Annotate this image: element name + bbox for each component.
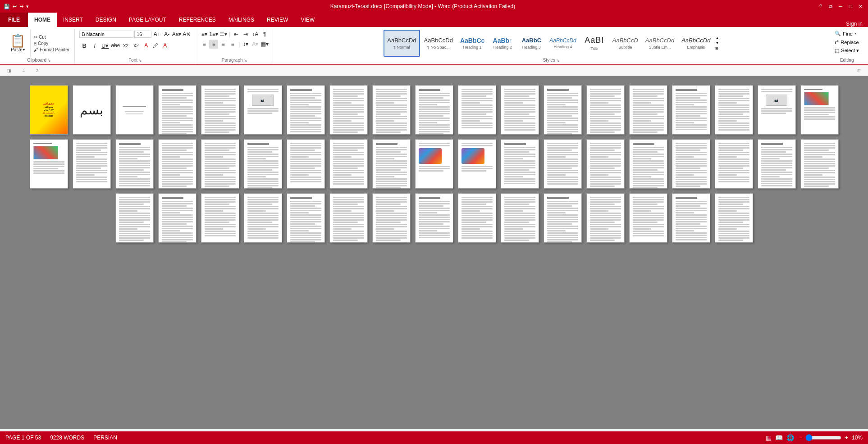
minimize-icon[interactable]: ─ bbox=[836, 2, 845, 10]
page-thumb-23[interactable] bbox=[158, 139, 196, 189]
replace-button[interactable]: ⇄ Replace bbox=[833, 38, 861, 46]
text-effects-icon[interactable]: A bbox=[142, 41, 151, 50]
page-thumb-51[interactable] bbox=[629, 193, 667, 243]
format-painter-button[interactable]: 🖌 Format Painter bbox=[32, 47, 71, 53]
tab-mailings[interactable]: MAILINGS bbox=[222, 13, 260, 27]
superscript-button[interactable]: x2 bbox=[131, 41, 141, 50]
zoom-in-icon[interactable]: + bbox=[845, 435, 848, 441]
subscript-button[interactable]: x2 bbox=[121, 41, 131, 50]
page-thumb-22[interactable] bbox=[115, 139, 154, 189]
page-thumb-33[interactable] bbox=[586, 139, 625, 189]
zoom-out-icon[interactable]: ─ bbox=[798, 435, 802, 441]
style-item-heading4[interactable]: AaBbCcDdHeading 4 bbox=[546, 30, 579, 57]
tab-page-layout[interactable]: PAGE LAYOUT bbox=[123, 13, 173, 27]
line-spacing-button[interactable]: ↕▾ bbox=[241, 40, 250, 49]
page-thumb-20[interactable] bbox=[30, 139, 68, 189]
page-thumb-37[interactable] bbox=[758, 139, 796, 189]
clear-formatting-icon[interactable]: A✕ bbox=[182, 30, 191, 39]
clipboard-expand-icon[interactable]: ↘ bbox=[47, 58, 51, 63]
style-item-subtitle[interactable]: AaBbCcDSubtitle bbox=[609, 30, 641, 57]
page-thumb-21[interactable] bbox=[73, 139, 111, 189]
page-thumb-31[interactable] bbox=[501, 139, 539, 189]
page-thumb-28[interactable] bbox=[372, 139, 411, 189]
page-thumb-16[interactable] bbox=[672, 85, 710, 135]
page-thumb-12[interactable] bbox=[501, 85, 539, 135]
page-thumb-25[interactable] bbox=[244, 139, 282, 189]
style-item-subtle_em[interactable]: AaBbCcDdSubtle Em... bbox=[642, 30, 677, 57]
page-thumb-17[interactable] bbox=[715, 85, 753, 135]
tab-references[interactable]: REFERENCES bbox=[173, 13, 222, 27]
tab-review[interactable]: REVIEW bbox=[260, 13, 294, 27]
align-left-button[interactable]: ≡ bbox=[200, 40, 209, 49]
page-thumb-9[interactable] bbox=[372, 85, 411, 135]
page-thumb-39[interactable] bbox=[115, 193, 154, 243]
select-button[interactable]: ⬚ Select ▾ bbox=[833, 47, 861, 54]
zoom-slider[interactable] bbox=[805, 434, 841, 441]
bold-button[interactable]: B bbox=[79, 41, 89, 50]
page-thumb-43[interactable] bbox=[287, 193, 325, 243]
close-icon[interactable]: ✕ bbox=[856, 2, 864, 10]
page-thumb-18[interactable]: 📷 bbox=[758, 85, 796, 135]
page-thumb-44[interactable] bbox=[329, 193, 368, 243]
page-thumb-48[interactable] bbox=[501, 193, 539, 243]
page-thumb-40[interactable] bbox=[158, 193, 196, 243]
window-controls[interactable]: ? ⧉ ─ □ ✕ bbox=[817, 2, 864, 10]
page-thumb-35[interactable] bbox=[672, 139, 710, 189]
sort-button[interactable]: ↕A bbox=[251, 30, 260, 39]
save-icon[interactable]: 💾 bbox=[4, 4, 10, 9]
text-highlight-icon[interactable]: 🖊 bbox=[151, 41, 160, 50]
change-case-icon[interactable]: Aa▾ bbox=[172, 30, 181, 39]
page-thumb-24[interactable] bbox=[201, 139, 239, 189]
font-name-input[interactable] bbox=[79, 31, 133, 38]
numbering-button[interactable]: 1≡▾ bbox=[209, 30, 218, 39]
page-thumb-15[interactable] bbox=[629, 85, 667, 135]
show-hide-button[interactable]: ¶ bbox=[260, 30, 269, 39]
page-thumb-27[interactable] bbox=[329, 139, 368, 189]
font-size-shrink-icon[interactable]: A- bbox=[162, 30, 171, 39]
justify-button[interactable]: ≡ bbox=[228, 40, 237, 49]
page-thumb-46[interactable] bbox=[415, 193, 453, 243]
document-area[interactable]: تحقیق آنلاینمرجع دانلودفایل آموزشیبا کمت… bbox=[0, 76, 868, 429]
bullets-button[interactable]: ≡▾ bbox=[200, 30, 209, 39]
style-item-heading1[interactable]: AaBbCcHeading 1 bbox=[457, 30, 488, 57]
page-thumb-45[interactable] bbox=[372, 193, 411, 243]
font-size-input[interactable] bbox=[134, 31, 151, 38]
read-mode-icon[interactable]: 📖 bbox=[775, 434, 783, 441]
underline-button[interactable]: U▾ bbox=[100, 41, 110, 50]
tab-design[interactable]: DESIGN bbox=[89, 13, 123, 27]
redo-icon[interactable]: ↪ bbox=[19, 4, 23, 9]
page-thumb-3[interactable] bbox=[115, 85, 154, 135]
copy-button[interactable]: ⎘ Copy bbox=[32, 41, 71, 46]
page-thumb-14[interactable] bbox=[586, 85, 625, 135]
page-thumb-29[interactable] bbox=[415, 139, 453, 189]
page-thumb-10[interactable] bbox=[415, 85, 453, 135]
align-center-button[interactable]: ≡ bbox=[209, 40, 218, 49]
page-thumb-42[interactable] bbox=[244, 193, 282, 243]
page-thumb-52[interactable] bbox=[672, 193, 710, 243]
quick-access-toolbar[interactable]: 💾 ↩ ↪ ▾ bbox=[4, 4, 29, 9]
page-thumb-2[interactable]: بسم bbox=[73, 85, 111, 135]
font-size-grow-icon[interactable]: A+ bbox=[152, 30, 161, 39]
page-thumb-6[interactable]: 📷 bbox=[244, 85, 282, 135]
style-item-no_space[interactable]: AaBbCcDd¶ No Spac... bbox=[421, 30, 456, 57]
align-right-button[interactable]: ≡ bbox=[219, 40, 228, 49]
print-layout-view-icon[interactable]: ▦ bbox=[766, 434, 772, 441]
page-thumb-38[interactable] bbox=[800, 139, 839, 189]
borders-button[interactable]: ▦▾ bbox=[260, 40, 269, 49]
styles-scroll-down[interactable]: ▼ bbox=[715, 41, 719, 45]
tab-insert[interactable]: INSERT bbox=[57, 13, 89, 27]
style-item-emphasis[interactable]: AaBbCcDdEmphasis bbox=[678, 30, 713, 57]
paragraph-expand-icon[interactable]: ↘ bbox=[244, 58, 247, 63]
sign-in-link[interactable]: Sign in bbox=[846, 21, 868, 27]
page-thumb-1[interactable]: تحقیق آنلاینمرجع دانلودفایل آموزشیبا کمت… bbox=[30, 85, 68, 135]
page-thumb-41[interactable] bbox=[201, 193, 239, 243]
ribbon-display-icon[interactable]: ⧉ bbox=[827, 2, 835, 10]
style-item-normal[interactable]: AaBbCcDd¶ Normal bbox=[384, 30, 420, 57]
help-icon[interactable]: ? bbox=[817, 2, 825, 10]
page-thumb-32[interactable] bbox=[544, 139, 582, 189]
decrease-indent-button[interactable]: ⇤ bbox=[232, 30, 241, 39]
page-thumb-13[interactable] bbox=[544, 85, 582, 135]
page-thumb-30[interactable] bbox=[458, 139, 496, 189]
page-thumb-36[interactable] bbox=[715, 139, 753, 189]
styles-scroll-up[interactable]: ▲ bbox=[715, 36, 719, 41]
